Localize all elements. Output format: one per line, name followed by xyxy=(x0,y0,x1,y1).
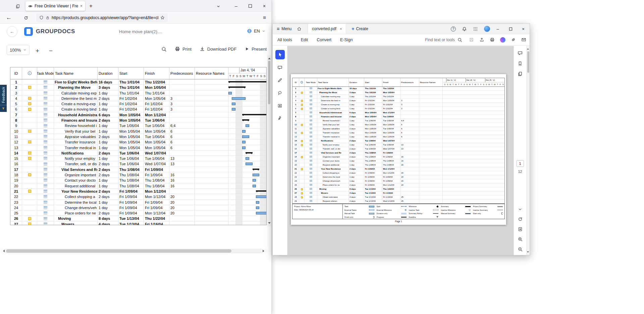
task-row[interactable]: 12 Transfer insurance 1 day Mon 1/05/04 … xyxy=(10,139,266,145)
viewer-back-button[interactable]: ← xyxy=(7,26,17,37)
horizontal-scrollbar[interactable] xyxy=(1,249,266,253)
scroll-up-icon[interactable] xyxy=(268,56,271,59)
lock-icon[interactable] xyxy=(46,16,50,20)
task-row[interactable]: 28 Obtain estimates 4 days Tue 1/13/04 F… xyxy=(292,195,504,199)
tab-all-tools[interactable]: All tools xyxy=(277,38,292,42)
reload-button[interactable] xyxy=(24,15,28,21)
bookmark-star-icon[interactable] xyxy=(160,15,165,20)
present-button[interactable]: Present xyxy=(245,47,267,52)
task-row[interactable]: 11 Appraise valuables 2 days Mon 1/05/04… xyxy=(292,127,504,131)
task-row[interactable]: 13 Transfer medical in 1 day Mon 1/05/04… xyxy=(10,145,266,150)
task-row[interactable]: 24 Change drivers/veh 1 day Fri 1/09/04 … xyxy=(10,205,266,210)
draw-tool[interactable] xyxy=(275,75,285,85)
help-icon[interactable]: ? xyxy=(451,26,456,32)
task-row[interactable]: 29 Request referen 2 days Tue 1/13/04 We… xyxy=(292,199,504,203)
menu-button[interactable]: ≡Menu xyxy=(277,26,291,32)
fill-sign-tool[interactable] xyxy=(275,114,285,123)
task-row[interactable]: 20 Request additional 1 day Thu 1/08/04 … xyxy=(10,183,266,189)
browser-menu-icon[interactable]: ≡ xyxy=(263,15,266,21)
tab-edit[interactable]: Edit xyxy=(301,38,308,42)
rotate-page-icon[interactable] xyxy=(518,217,523,222)
task-row[interactable]: 9 Review household i 1 day Tue 1/06/04 T… xyxy=(292,119,504,123)
task-row[interactable]: 27 Movers 4 days Tue 1/13/04 Fri 1/16/04 xyxy=(10,222,266,225)
task-row[interactable]: 6 Create a moving bind 1 day Fri 1/02/04… xyxy=(10,107,266,112)
horizontal-scroll-track[interactable] xyxy=(5,249,262,253)
select-tool[interactable] xyxy=(275,50,285,59)
page-number-input[interactable]: 1 xyxy=(517,160,524,167)
task-row[interactable]: 24 Change drivers/veh 1 day Fri 1/09/04 … xyxy=(292,179,504,183)
task-row[interactable]: 5 Create a moving-exp 1 day Fri 1/02/04 … xyxy=(292,103,504,107)
task-row[interactable]: 18 Organize important 2 days Thu 1/08/04… xyxy=(10,172,266,178)
task-row[interactable]: 14 Notifications 2 days Tue 1/06/04 Wed … xyxy=(292,139,504,143)
next-page-icon[interactable] xyxy=(518,207,522,211)
search-icon[interactable] xyxy=(458,38,462,42)
url-bar[interactable]: https://products.groupdocs.app/viewer/ap… xyxy=(36,13,168,22)
task-row[interactable]: 7 Household Administrati 6 days Mon 1/05… xyxy=(292,111,504,115)
task-row[interactable]: 17 Vital Services and Re 2 days Thu 1/08… xyxy=(292,151,504,155)
task-row[interactable]: 4 Determine the best m 2 days Fri 1/02/0… xyxy=(10,96,266,101)
task-row[interactable]: 19 Contact your docto 1 day Thu 1/08/04 … xyxy=(10,178,266,183)
comments-panel-icon[interactable] xyxy=(518,51,523,56)
minimize-button[interactable]: – xyxy=(229,0,243,12)
task-row[interactable]: 5 Create a moving-exp 1 day Fri 1/02/04 … xyxy=(10,101,266,107)
task-row[interactable]: 1 Five to Eight Weeks Befo 16 days Thu 1… xyxy=(10,79,266,85)
maximize-button[interactable] xyxy=(243,0,257,12)
document-tab[interactable]: converted.pdf × xyxy=(308,24,346,34)
task-row[interactable]: 26 Moving 8 days Tue 1/13/04 Thu 1/22/04 xyxy=(292,187,504,191)
scroll-right-icon[interactable] xyxy=(262,249,266,253)
task-row[interactable]: 3 Calculate moving exp 1 day Thu 1/01/04… xyxy=(292,95,504,99)
apps-grid-icon[interactable] xyxy=(473,26,478,32)
task-row[interactable]: 27 Movers 4 days Tue 1/13/04 Fri 1/16/04 xyxy=(292,191,504,195)
printer-icon[interactable] xyxy=(490,37,495,42)
scroll-down-icon[interactable] xyxy=(527,251,529,254)
minimize-button[interactable]: – xyxy=(491,24,504,34)
zoom-in-icon[interactable] xyxy=(518,237,523,242)
home-button[interactable] xyxy=(297,26,302,32)
share-icon[interactable] xyxy=(479,37,484,42)
task-row[interactable]: 21 Your New Residence 2 days Fri 1/09/04… xyxy=(292,167,504,171)
print-button[interactable]: Print xyxy=(175,46,192,52)
attachments-panel-icon[interactable] xyxy=(518,71,523,76)
vertical-scroll-thumb[interactable] xyxy=(268,61,270,104)
task-row[interactable]: 15 Notify your employ 1 day Tue 1/06/04 … xyxy=(292,143,504,147)
task-row[interactable]: 19 Contact your docto 1 day Thu 1/08/04 … xyxy=(292,159,504,163)
vertical-scrollbar[interactable] xyxy=(267,55,271,226)
task-row[interactable]: 21 Your New Residence 2 days Fri 1/09/04… xyxy=(10,189,266,194)
task-row[interactable]: 12 Transfer insurance 1 day Mon 1/05/04 … xyxy=(292,131,504,135)
task-row[interactable]: 1 Five to Eight Weeks Befo 16 days Thu 1… xyxy=(292,87,504,91)
lasso-tool[interactable] xyxy=(275,88,285,98)
close-button[interactable]: × xyxy=(257,0,271,12)
language-selector[interactable]: EN xyxy=(247,28,265,34)
filter-tab[interactable] xyxy=(0,105,7,112)
task-row[interactable]: 8 Finances and Insuran 2 days Mon 1/05/0… xyxy=(10,118,266,123)
task-row[interactable]: 23 Determine the local 1 day Fri 1/09/04… xyxy=(292,175,504,179)
pdf-scrollbar[interactable] xyxy=(526,46,530,255)
find-tools[interactable]: Find text or tools xyxy=(425,38,462,42)
task-row[interactable]: 7 Household Administrati 6 days Mon 1/05… xyxy=(10,112,266,118)
search-button[interactable] xyxy=(161,46,167,52)
download-pdf-button[interactable]: Download PDF xyxy=(200,46,236,52)
tab-close-icon[interactable]: × xyxy=(340,27,342,31)
tab-convert[interactable]: Convert xyxy=(317,38,331,42)
shield-icon[interactable] xyxy=(39,15,44,20)
groupdocs-logo[interactable]: GROUPDOCS xyxy=(24,27,75,36)
new-tab-button[interactable]: + xyxy=(89,3,93,9)
back-button[interactable]: ← xyxy=(6,14,12,21)
avatar[interactable] xyxy=(484,26,490,32)
list-all-tabs-icon[interactable] xyxy=(216,3,220,9)
feedback-tab[interactable]: Feedback xyxy=(0,85,7,105)
tab-esign[interactable]: E-Sign xyxy=(340,38,353,42)
task-row[interactable]: 25 Place orders for ne 2 days Fri 1/09/0… xyxy=(292,183,504,187)
task-row[interactable]: 18 Organize important 2 days Thu 1/08/04… xyxy=(292,155,504,159)
tab-close-icon[interactable]: × xyxy=(80,4,83,8)
task-row[interactable]: 13 Transfer medical in 1 day Mon 1/05/04… xyxy=(292,135,504,139)
zoom-out-icon[interactable] xyxy=(518,247,523,252)
task-row[interactable]: 16 Transfer, sell, or dis 2 days Tue 1/0… xyxy=(10,161,266,167)
task-row[interactable]: 14 Notifications 2 days Tue 1/06/04 Wed … xyxy=(10,150,266,156)
task-row[interactable]: 4 Determine the best m 2 days Fri 1/02/0… xyxy=(292,99,504,103)
task-row[interactable]: 20 Request additional 1 day Thu 1/08/04 … xyxy=(292,163,504,167)
task-row[interactable]: 23 Determine the local 1 day Fri 1/09/04… xyxy=(10,200,266,205)
task-row[interactable]: 16 Transfer, sell, or dis 2 days Tue 1/0… xyxy=(292,147,504,151)
task-row[interactable]: 8 Finances and Insuran 2 days Mon 1/05/0… xyxy=(292,115,504,119)
task-row[interactable]: 10 Verify that your bel 1 day Mon 1/05/0… xyxy=(292,123,504,127)
